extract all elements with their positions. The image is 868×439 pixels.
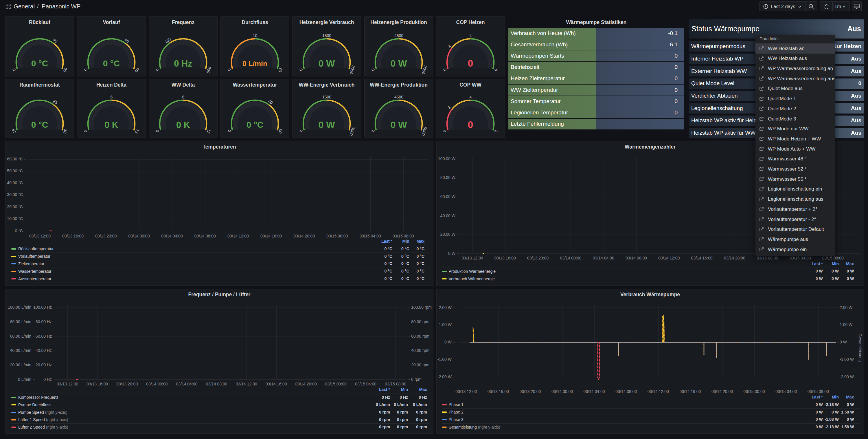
svg-text:0: 0 — [442, 129, 447, 133]
svg-text:60: 60 — [277, 128, 283, 135]
svg-text:4: 4 — [470, 33, 472, 38]
svg-text:0: 0 — [442, 68, 447, 71]
svg-text:0: 0 — [155, 129, 160, 133]
svg-text:0: 0 — [370, 68, 376, 71]
svg-text:0 °C: 0 °C — [247, 120, 264, 129]
svg-text:1500: 1500 — [322, 33, 331, 38]
svg-text:0: 0 — [298, 68, 304, 71]
svg-text:4500: 4500 — [394, 95, 403, 99]
svg-text:12: 12 — [134, 128, 140, 135]
svg-text:6: 6 — [182, 95, 185, 99]
svg-text:0: 0 — [83, 129, 88, 133]
svg-text:0 °C: 0 °C — [103, 58, 120, 68]
svg-text:8: 8 — [494, 129, 499, 133]
svg-text:30: 30 — [62, 128, 68, 135]
svg-text:0 W: 0 W — [391, 120, 407, 130]
svg-text:0: 0 — [83, 68, 88, 71]
svg-text:0 L/min: 0 L/min — [243, 60, 267, 67]
svg-text:0: 0 — [370, 129, 376, 133]
svg-text:6: 6 — [111, 95, 113, 99]
svg-text:20: 20 — [277, 67, 283, 73]
svg-text:0: 0 — [155, 68, 160, 71]
svg-text:0: 0 — [226, 129, 232, 133]
svg-text:4: 4 — [470, 95, 472, 99]
svg-text:0 Hz: 0 Hz — [174, 58, 192, 69]
svg-text:60: 60 — [62, 67, 68, 73]
svg-text:0: 0 — [11, 68, 17, 71]
svg-text:10: 10 — [253, 33, 257, 38]
svg-text:0 W: 0 W — [318, 58, 335, 69]
svg-text:12: 12 — [206, 128, 212, 135]
svg-text:0 W: 0 W — [318, 120, 335, 130]
svg-text:0: 0 — [468, 58, 473, 69]
svg-text:15: 15 — [11, 128, 17, 134]
svg-text:0 W: 0 W — [391, 58, 407, 69]
svg-text:2: 2 — [447, 44, 452, 48]
svg-text:0 °C: 0 °C — [31, 120, 48, 129]
svg-text:1500: 1500 — [322, 95, 331, 99]
svg-text:0 °C: 0 °C — [31, 58, 48, 68]
svg-text:0: 0 — [226, 68, 232, 71]
svg-text:4500: 4500 — [394, 33, 403, 38]
svg-text:8: 8 — [494, 68, 499, 71]
svg-text:0: 0 — [298, 129, 304, 133]
svg-text:0 K: 0 K — [176, 120, 190, 130]
svg-text:2: 2 — [447, 105, 452, 110]
svg-text:0 K: 0 K — [104, 120, 119, 130]
svg-text:60: 60 — [134, 67, 140, 73]
svg-text:0: 0 — [468, 119, 473, 130]
